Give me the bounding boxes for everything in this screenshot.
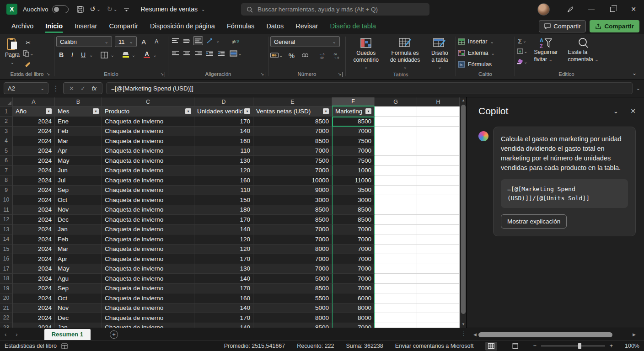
align-top-button[interactable] — [170, 36, 180, 45]
underline-button[interactable]: U — [78, 50, 88, 59]
cell-G8[interactable] — [375, 176, 417, 186]
copilot-collapse-icon[interactable]: ⌄ — [613, 107, 619, 115]
column-header-E[interactable]: E — [253, 97, 332, 106]
cell-F12[interactable]: 8500 — [332, 215, 375, 225]
cell-A22[interactable]: 2024 — [13, 313, 55, 323]
cell-C1[interactable]: Producto▾ — [102, 106, 194, 117]
cell-F1[interactable]: Marketing▾ — [332, 106, 375, 117]
cell-B1[interactable]: Mes▾ — [55, 106, 102, 117]
merge-center-button[interactable]: ⌄ — [230, 49, 242, 58]
align-right-button[interactable] — [193, 48, 203, 58]
fill-color-dropdown-icon[interactable]: ⌄ — [132, 53, 135, 58]
cell-H2[interactable] — [417, 117, 460, 127]
cell-C22[interactable]: Chaqueta de invierno — [102, 313, 194, 323]
insert-function-icon[interactable]: fx — [92, 85, 97, 92]
column-header-F[interactable]: F — [332, 97, 375, 106]
cell-B12[interactable]: Dec — [55, 215, 102, 225]
external-data-button[interactable]: Exlemia⌄ — [458, 48, 513, 58]
align-middle-button[interactable] — [182, 36, 192, 45]
bold-button[interactable]: B — [56, 50, 66, 59]
row-header-12[interactable]: 12 — [0, 215, 13, 225]
restore-button[interactable] — [602, 0, 623, 18]
add-sheet-button[interactable]: + — [110, 330, 118, 339]
cell-A13[interactable]: 2024 — [13, 225, 55, 235]
cell-F19[interactable]: 7000 — [332, 284, 375, 294]
cell-G7[interactable] — [375, 166, 417, 176]
cell-G21[interactable] — [375, 303, 417, 314]
row-header-4[interactable]: 4 — [0, 136, 13, 146]
format-painter-button[interactable] — [23, 60, 33, 69]
pivot-dropdown-icon[interactable]: ⌄ — [364, 64, 368, 69]
cell-C6[interactable]: Chaqueta de invierno — [102, 156, 194, 166]
cell-E2[interactable]: 8500 — [253, 117, 332, 127]
cell-E21[interactable]: 5000 — [253, 303, 332, 314]
alignment-dialog-launcher[interactable]: ↘ — [260, 72, 265, 77]
clear-button[interactable]: ⌄ — [517, 57, 527, 66]
cell-E16[interactable]: 7000 — [253, 254, 332, 264]
cell-G23[interactable] — [375, 323, 417, 328]
cell-F23[interactable]: 7000 — [332, 323, 375, 328]
row-header-20[interactable]: 20 — [0, 293, 13, 303]
cell-A2[interactable]: 2024 — [13, 117, 55, 127]
cell-G3[interactable] — [375, 127, 417, 137]
insert-cells-button[interactable]: Insertar⌄ — [458, 36, 513, 47]
column-header-D[interactable]: D — [194, 97, 253, 106]
undo-button[interactable]: ↺⌄ — [90, 5, 101, 13]
cell-F13[interactable]: 7000 — [332, 225, 375, 235]
cell-G22[interactable] — [375, 313, 417, 323]
cell-C21[interactable]: Chaqueta de invierno — [102, 303, 194, 314]
cell-A6[interactable]: 2024 — [13, 156, 55, 166]
cell-C16[interactable]: Chaqueta de invierno — [102, 254, 194, 264]
share-button[interactable]: Compartir — [590, 20, 639, 32]
cell-H11[interactable] — [417, 205, 460, 215]
close-button[interactable]: ✕ — [623, 0, 644, 18]
cell-F10[interactable]: 3000 — [332, 195, 375, 205]
cell-D9[interactable]: 110 — [194, 186, 253, 196]
cell-G11[interactable] — [375, 205, 417, 215]
undo-dropdown-icon[interactable]: ⌄ — [97, 7, 100, 12]
cell-A10[interactable]: 2024 — [13, 195, 55, 205]
cell-G12[interactable] — [375, 215, 417, 225]
row-header-2[interactable]: 2 — [0, 117, 13, 127]
hscroll-thumb[interactable] — [478, 332, 612, 337]
cell-H6[interactable] — [417, 156, 460, 166]
cell-H19[interactable] — [417, 284, 460, 294]
cell-D15[interactable]: 120 — [194, 245, 253, 255]
filter-button-E[interactable]: ▾ — [323, 108, 329, 114]
excel-app-icon[interactable]: X — [6, 4, 17, 15]
cell-D22[interactable]: 170 — [194, 313, 253, 323]
row-header-14[interactable]: 14 — [0, 234, 13, 245]
cell-C7[interactable]: Chaqueta de invierno — [102, 166, 194, 176]
cell-E3[interactable]: 7000 — [253, 127, 332, 137]
search-input[interactable]: Buscar herramientas, ayuda y más (Alt + … — [241, 3, 429, 16]
autosum-button[interactable]: Σ⌄ — [517, 36, 527, 45]
avatar[interactable] — [537, 3, 550, 16]
cell-D1[interactable]: Unidades vendidas▾ — [194, 106, 253, 117]
cell-D14[interactable]: 120 — [194, 234, 253, 245]
table-design-dropdown-icon[interactable]: ⌄ — [438, 64, 441, 69]
column-header-H[interactable]: H — [417, 97, 460, 106]
accounting-format-button[interactable]: ⌄ — [270, 51, 283, 60]
cell-G6[interactable] — [375, 156, 417, 166]
cell-B14[interactable]: Feb — [55, 234, 102, 245]
row-header-22[interactable]: 22 — [0, 313, 13, 323]
cell-H3[interactable] — [417, 127, 460, 137]
wrap-text-button[interactable]: gb — [231, 37, 241, 46]
cell-A9[interactable]: 2024 — [13, 186, 55, 196]
cell-H9[interactable] — [417, 186, 460, 196]
page-layout-view-button[interactable] — [509, 342, 521, 351]
cell-C5[interactable]: Chaqueta de invierno — [102, 146, 194, 156]
row-header-10[interactable]: 10 — [0, 195, 13, 205]
cell-F21[interactable]: 8000 — [332, 303, 375, 314]
font-size-select[interactable]: 11⌄ — [115, 36, 137, 47]
cell-G10[interactable] — [375, 195, 417, 205]
cell-E14[interactable]: 7000 — [253, 234, 332, 245]
font-name-select[interactable]: Calibri⌄ — [56, 36, 112, 47]
customize-qat-icon[interactable] — [123, 7, 129, 12]
cell-F15[interactable]: 7000 — [332, 245, 375, 255]
cell-H18[interactable] — [417, 274, 460, 284]
cell-E9[interactable]: 9000 — [253, 186, 332, 196]
cell-C4[interactable]: Chaqueta de invierno — [102, 136, 194, 146]
cell-E23[interactable]: 8500 — [253, 323, 332, 328]
cell-C23[interactable]: Chaqueta de invierno — [102, 323, 194, 328]
